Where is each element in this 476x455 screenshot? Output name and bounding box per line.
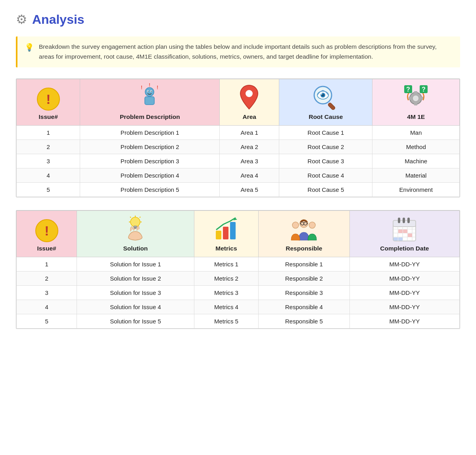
table-row: 2Problem Description 2Area 2Root Cause 2…	[17, 140, 460, 154]
col-header-rootcause: Root Cause	[279, 79, 372, 125]
table2-body: 1Solution for Issue 1Metrics 1Responsibl…	[17, 257, 460, 328]
area-icon	[238, 83, 260, 111]
table-cell: Solution for Issue 2	[77, 271, 194, 285]
table-cell: Root Cause 4	[279, 168, 372, 182]
col2-header-solution: Solution	[77, 210, 194, 257]
table-cell: Solution for Issue 5	[77, 314, 194, 328]
table-cell: 4	[17, 300, 77, 314]
table-cell: MM-DD-YY	[349, 271, 459, 285]
table-cell: Area 3	[220, 154, 279, 168]
gear-icon: ⚙	[16, 12, 27, 27]
table-cell: MM-DD-YY	[349, 285, 459, 300]
svg-point-6	[151, 91, 152, 92]
table-cell: Metrics 4	[194, 300, 258, 314]
rootcause-icon	[312, 84, 340, 111]
table-row: 5Problem Description 5Area 5Root Cause 5…	[17, 182, 460, 197]
table-cell: Man	[372, 125, 460, 140]
table-cell: Responsible 2	[258, 271, 349, 285]
table1-wrap: ! Issue#	[16, 78, 460, 197]
svg-rect-22	[409, 97, 411, 100]
table-row: 2Solution for Issue 2Metrics 2Responsibl…	[17, 271, 460, 285]
table-cell: Responsible 5	[258, 314, 349, 328]
table-cell: Machine	[372, 154, 460, 168]
table-cell: Area 2	[220, 140, 279, 154]
table-cell: Area 4	[220, 168, 279, 182]
table-cell: Problem Description 5	[80, 182, 220, 197]
issue-icon: !	[36, 87, 60, 111]
table-cell: 1	[17, 125, 80, 140]
table-cell: 1	[17, 257, 77, 271]
table-cell: 4	[17, 168, 80, 182]
svg-rect-20	[414, 91, 417, 94]
table-cell: 3	[17, 154, 80, 168]
svg-rect-38	[216, 231, 221, 239]
4m1e-icon: ? ?	[402, 83, 430, 111]
table-cell: MM-DD-YY	[349, 300, 459, 314]
svg-line-34	[140, 217, 140, 218]
table-cell: Problem Description 2	[80, 140, 220, 154]
table-cell: Method	[372, 140, 460, 154]
svg-point-17	[321, 93, 322, 94]
metrics-icon	[213, 216, 239, 243]
svg-text:!: !	[157, 85, 158, 90]
table-cell: MM-DD-YY	[349, 314, 459, 328]
solution-icon	[123, 215, 148, 243]
table-cell: Solution for Issue 3	[77, 285, 194, 300]
table-cell: Environment	[372, 182, 460, 197]
svg-point-30	[131, 217, 140, 227]
table1-body: 1Problem Description 1Area 1Root Cause 1…	[17, 125, 460, 197]
table2-wrap: ! Issue#	[16, 210, 460, 329]
table-cell: Root Cause 3	[279, 154, 372, 168]
table-cell: Problem Description 3	[80, 154, 220, 168]
svg-text:?: ?	[406, 86, 410, 93]
table-cell: 2	[17, 271, 77, 285]
svg-rect-65	[393, 237, 398, 241]
col-header-problem: ! ! ! Problem Description	[80, 79, 220, 125]
table-row: 4Problem Description 4Area 4Root Cause 4…	[17, 168, 460, 182]
table-cell: Metrics 5	[194, 314, 258, 328]
problem-icon: ! ! !	[137, 83, 163, 111]
col-header-4m1e: ? ? 4M 1E	[372, 79, 460, 125]
analysis-table-1: ! Issue#	[16, 79, 460, 197]
table-cell: Metrics 2	[194, 271, 258, 285]
issue2-icon: !	[35, 219, 59, 243]
info-box: 💡 Breakdown the survey engagement action…	[16, 36, 460, 67]
svg-text:?: ?	[422, 86, 426, 93]
col2-header-completion: Completion Date	[349, 210, 459, 257]
svg-point-5	[148, 91, 149, 92]
svg-text:!: !	[44, 223, 49, 238]
table-row: 1Problem Description 1Area 1Root Cause 1…	[17, 125, 460, 140]
svg-text:!: !	[46, 92, 50, 107]
table-row: 4Solution for Issue 4Metrics 4Responsibl…	[17, 300, 460, 314]
svg-rect-62	[398, 229, 403, 233]
table-cell: Solution for Issue 4	[77, 300, 194, 314]
table-cell: Metrics 1	[194, 257, 258, 271]
svg-rect-54	[407, 218, 410, 223]
table-cell: Responsible 4	[258, 300, 349, 314]
table-row: 3Solution for Issue 3Metrics 3Responsibl…	[17, 285, 460, 300]
responsible-icon	[289, 216, 319, 243]
svg-point-2	[145, 88, 154, 96]
col2-header-metrics: Metrics	[194, 210, 258, 257]
svg-rect-66	[398, 237, 403, 241]
table-cell: Solution for Issue 1	[77, 257, 194, 271]
table-cell: 5	[17, 182, 80, 197]
table-cell: Area 5	[220, 182, 279, 197]
svg-text:!: !	[141, 85, 142, 90]
svg-rect-31	[134, 226, 137, 228]
svg-rect-7	[145, 97, 154, 105]
svg-rect-32	[134, 228, 136, 229]
svg-text:!: !	[149, 83, 150, 88]
svg-rect-21	[414, 103, 417, 105]
svg-point-11	[246, 90, 253, 97]
table-cell: 3	[17, 285, 77, 300]
svg-rect-39	[223, 227, 228, 239]
table-cell: Responsible 1	[258, 257, 349, 271]
svg-point-19	[413, 95, 419, 101]
table-cell: Metrics 3	[194, 285, 258, 300]
table-cell: Problem Description 4	[80, 168, 220, 182]
col-header-issue: ! Issue#	[17, 79, 80, 125]
table-cell: 2	[17, 140, 80, 154]
svg-rect-53	[403, 218, 405, 223]
table-cell: Problem Description 1	[80, 125, 220, 140]
